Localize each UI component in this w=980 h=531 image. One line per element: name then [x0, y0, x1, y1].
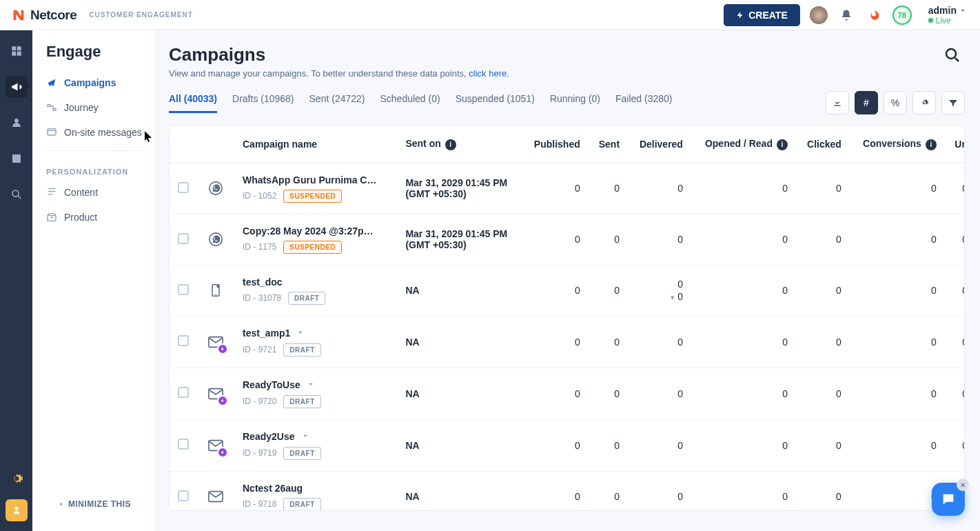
cell-sent: 0	[589, 265, 628, 316]
rail-dashboard[interactable]	[6, 40, 28, 62]
info-icon: i	[777, 139, 788, 150]
cell-conversions: 0	[850, 419, 945, 471]
col-delivered[interactable]: Delivered	[628, 126, 691, 163]
row-checkbox[interactable]	[178, 439, 189, 450]
whatsapp-icon	[205, 178, 226, 199]
cell-sent: 0	[589, 368, 628, 419]
col-sent-on[interactable]: Sent oni	[397, 126, 522, 163]
person-icon	[11, 505, 22, 516]
cell-opened: 0	[691, 214, 796, 265]
admin-name: admin	[928, 5, 957, 16]
tab-1[interactable]: Drafts (10968)	[232, 93, 294, 113]
percent-toggle[interactable]: %	[884, 91, 907, 114]
notifications-button[interactable]	[837, 6, 855, 24]
hash-toggle[interactable]: #	[855, 91, 878, 114]
rail-reports[interactable]	[6, 148, 28, 170]
lightning-icon	[736, 10, 744, 20]
fire-button[interactable]	[865, 6, 883, 24]
chat-close-button[interactable]: ✕	[957, 479, 969, 491]
sidebar-item-journey[interactable]: Journey	[32, 95, 156, 120]
row-checkbox[interactable]	[178, 387, 189, 398]
user-avatar-small[interactable]	[810, 6, 828, 24]
table-row[interactable]: test_amp1 ID - 9721 DRAFT NA 0 0 0 0 0 0…	[170, 316, 965, 368]
tab-2[interactable]: Sent (24722)	[309, 93, 365, 113]
campaign-id: ID - 1052	[243, 191, 276, 201]
table-row[interactable]: Copy:28 May 2024 @3:27pm-… ID - 1175 SUS…	[170, 214, 965, 265]
filter-icon	[948, 98, 958, 108]
rail-search[interactable]	[6, 183, 28, 206]
rail-help[interactable]	[6, 499, 28, 521]
col-conversions[interactable]: Conversionsi	[850, 126, 945, 163]
col-sent[interactable]: Sent	[589, 126, 628, 163]
cell-sent: 0	[589, 316, 628, 368]
email-icon	[205, 383, 226, 404]
table-row[interactable]: Nctest 26aug ID - 9718 DRAFT NA 0 0 0 0 …	[170, 471, 965, 511]
report-icon	[10, 152, 23, 165]
status-badge: DRAFT	[283, 447, 320, 460]
tab-4[interactable]: Suspended (1051)	[456, 93, 535, 113]
chevron-down-icon	[959, 7, 966, 14]
search-button[interactable]	[940, 43, 965, 68]
cell-delivered: 0	[628, 214, 691, 265]
cell-conversions: 0	[850, 316, 945, 368]
admin-menu[interactable]: admin Live	[928, 5, 966, 26]
email-icon	[205, 332, 226, 352]
cell-opened: 0	[691, 368, 796, 419]
tab-3[interactable]: Scheduled (0)	[380, 93, 440, 113]
table-row[interactable]: WhatsApp Guru Purnima Camp… ID - 1052 SU…	[170, 163, 965, 214]
left-rail	[0, 30, 32, 531]
download-button[interactable]	[826, 91, 849, 114]
col-clicked[interactable]: Clicked	[796, 126, 850, 163]
cell-published: 0	[522, 471, 589, 511]
table-row[interactable]: Ready2Use ID - 9719 DRAFT NA 0 0 0 0 0 0…	[170, 419, 965, 471]
row-checkbox[interactable]	[178, 335, 189, 346]
col-campaign-name[interactable]: Campaign name	[234, 126, 397, 163]
click-here-link[interactable]: click here.	[469, 68, 509, 79]
row-checkbox[interactable]	[178, 182, 189, 193]
table-row[interactable]: ReadyToUse ID - 9720 DRAFT NA 0 0 0 0 0 …	[170, 368, 965, 419]
tab-0[interactable]: All (40033)	[169, 93, 217, 113]
content-area: Campaigns View and manage your campaigns…	[156, 30, 980, 531]
rail-audience[interactable]	[6, 112, 28, 134]
info-icon: i	[445, 139, 456, 150]
top-bar: Netcore CUSTOMER ENGAGEMENT CREATE 78 ad…	[0, 0, 980, 30]
cell-delivered: 0	[628, 419, 691, 471]
settings-button[interactable]	[912, 91, 936, 114]
score-badge[interactable]: 78	[892, 6, 912, 25]
col-opened[interactable]: Opened / Readi	[691, 126, 796, 163]
sidebar-item-campaigns[interactable]: Campaigns	[32, 70, 156, 95]
cell-un: 0	[945, 214, 965, 265]
gear-icon	[10, 472, 23, 485]
tab-5[interactable]: Running (0)	[550, 93, 600, 113]
chevron-left-icon	[57, 501, 64, 508]
chevron-down-icon[interactable]	[306, 379, 316, 391]
row-checkbox[interactable]	[178, 490, 189, 501]
sidebar-item-content[interactable]: Content	[32, 180, 156, 205]
rail-settings[interactable]	[6, 468, 28, 490]
cell-opened: 0	[691, 316, 796, 368]
cell-clicked: 0	[796, 316, 850, 368]
cell-opened: 0	[691, 163, 796, 214]
tab-6[interactable]: Failed (3280)	[615, 93, 673, 113]
row-checkbox[interactable]	[178, 284, 189, 295]
users-icon	[10, 117, 23, 129]
filter-button[interactable]	[941, 91, 965, 114]
row-checkbox[interactable]	[178, 233, 189, 244]
sidebar-item-product[interactable]: Product	[32, 205, 156, 230]
create-button[interactable]: CREATE	[724, 4, 800, 26]
rail-engage[interactable]	[6, 76, 28, 98]
col-un[interactable]: Un	[945, 126, 965, 163]
cell-opened: 0	[691, 471, 796, 511]
minimize-button[interactable]: MINIMIZE THIS	[32, 490, 156, 519]
chat-widget[interactable]: ✕	[932, 483, 965, 516]
cell-sent: 0	[589, 419, 628, 471]
logo[interactable]: Netcore	[11, 8, 76, 23]
gear-icon	[919, 98, 929, 108]
chevron-down-icon[interactable]	[296, 328, 305, 339]
search-icon	[944, 47, 961, 63]
col-published[interactable]: Published	[522, 126, 589, 163]
chevron-down-icon[interactable]	[300, 431, 310, 443]
campaign-id: ID - 1175	[243, 242, 276, 252]
table-row[interactable]: test_doc ID - 31078 DRAFT NA 0 0 0▾0 0 0…	[170, 265, 965, 316]
sidebar-item-onsite[interactable]: On-site messages	[32, 120, 156, 145]
